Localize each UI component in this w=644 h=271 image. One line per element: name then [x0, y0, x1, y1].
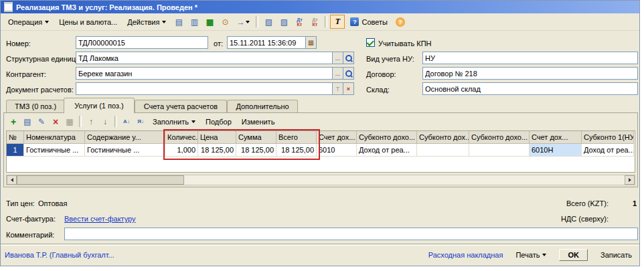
- move-down-button[interactable]: ↓: [98, 115, 112, 128]
- cell-price[interactable]: 18 125,00: [198, 144, 236, 157]
- prices-currency-button[interactable]: Цены и валюта...: [54, 15, 122, 29]
- counterparty-select-button[interactable]: ...: [333, 67, 343, 80]
- scroll-right-button[interactable]: [625, 175, 635, 185]
- operation-button[interactable]: Операция: [3, 15, 54, 29]
- dt-kt-nu-button[interactable]: ДтКт: [307, 15, 322, 29]
- go-to-button[interactable]: →: [233, 15, 253, 29]
- delete-row-button[interactable]: ×: [49, 115, 62, 128]
- column-header-total: Всего: [276, 131, 317, 144]
- tab-settlement-accounts-label: Счета учета расчетов: [144, 102, 218, 110]
- print-button[interactable]: Печать: [512, 249, 550, 261]
- structure-report-button[interactable]: ▨: [276, 15, 291, 29]
- structural-unit-open-button[interactable]: [343, 52, 354, 64]
- clear-icon: ×: [347, 86, 350, 92]
- arrow-up-icon: ↑: [89, 117, 93, 126]
- window-title: Реализация ТМЗ и услуг: Реализация. Пров…: [16, 3, 197, 11]
- toolbar-separator: [114, 116, 117, 127]
- go-to-icon: →: [236, 17, 244, 27]
- cell-content[interactable]: Гостиничные ...: [85, 144, 165, 157]
- actions-button[interactable]: Действия: [123, 15, 171, 29]
- contract-input[interactable]: [422, 67, 638, 80]
- settlement-doc-type-button[interactable]: Т: [333, 82, 343, 95]
- warehouse-label: Склад:: [366, 84, 390, 95]
- cell-sum[interactable]: 18 125,00: [236, 144, 276, 157]
- structural-unit-label: Структурная единица:: [6, 54, 82, 64]
- arrow-right-icon: [629, 178, 631, 182]
- price-type-label: Тип цен:: [6, 198, 35, 209]
- create-based-on-button[interactable]: ▦: [202, 15, 217, 29]
- document-type-link[interactable]: Расходная накладная: [428, 251, 503, 259]
- arrow-down-icon: ↓: [103, 117, 107, 126]
- copy-document-button[interactable]: ▥: [187, 15, 202, 29]
- save-button[interactable]: Записать: [597, 249, 635, 261]
- dt-kt-button[interactable]: ДтКт: [292, 15, 307, 29]
- enter-invoice-link[interactable]: Ввести счет-фактуру: [64, 213, 136, 224]
- fill-label: Заполнить: [153, 118, 189, 126]
- calendar-button[interactable]: ▦: [306, 36, 317, 49]
- totals-toggle-button[interactable]: Т: [330, 15, 345, 29]
- copy-row-button[interactable]: ▤: [21, 115, 34, 128]
- document-icon: [4, 2, 13, 12]
- scrollbar-track[interactable]: [17, 175, 625, 185]
- structural-unit-input[interactable]: [76, 52, 333, 64]
- print-label: Печать: [515, 251, 540, 259]
- warehouse-input[interactable]: [422, 82, 638, 95]
- scrollbar-thumb[interactable]: [17, 175, 184, 185]
- chevron-down-icon: [162, 21, 166, 23]
- settlement-doc-input[interactable]: [76, 82, 333, 95]
- tab-tmz[interactable]: ТМЗ (0 поз.): [6, 100, 65, 112]
- magnifier-icon: [345, 70, 353, 78]
- number-input[interactable]: [76, 36, 208, 49]
- add-row-button[interactable]: +: [7, 115, 20, 128]
- comment-input[interactable]: [64, 228, 638, 240]
- pick-button[interactable]: Подбор: [201, 114, 236, 128]
- cell-income-account-nu[interactable]: 6010Н: [530, 144, 582, 157]
- change-button[interactable]: Изменить: [237, 114, 280, 128]
- cell-subconto2[interactable]: [417, 144, 469, 157]
- tab-services[interactable]: Услуги (1 поз.): [64, 98, 135, 113]
- fill-button[interactable]: Заполнить: [148, 114, 200, 128]
- ok-button[interactable]: OK: [559, 249, 588, 261]
- status-bar: Иванова Т.Р. (Главный бухгалт... Расходн…: [1, 246, 639, 264]
- help-button[interactable]: ?: [393, 15, 408, 29]
- related-documents-button[interactable]: ▧: [261, 15, 276, 29]
- cell-subconto3[interactable]: [469, 144, 530, 157]
- delete-icon: ×: [53, 116, 58, 127]
- cell-total[interactable]: 18 125,00: [276, 144, 317, 157]
- column-header-nomenclature: Номенклатура: [24, 131, 85, 144]
- counterparty-input[interactable]: [76, 67, 333, 80]
- counterparty-open-button[interactable]: [343, 67, 354, 80]
- nu-kind-input[interactable]: [422, 52, 638, 64]
- sort-asc-button[interactable]: А↓: [120, 115, 133, 128]
- cell-nomenclature[interactable]: Гостиничные ...: [24, 144, 85, 157]
- timer-button[interactable]: ⊙: [218, 15, 232, 29]
- tab-additional[interactable]: Дополнительно: [227, 100, 298, 112]
- cell-income-account[interactable]: 6010: [317, 144, 357, 157]
- table-row[interactable]: 1 Гостиничные ... Гостиничные ... 1,000 …: [7, 144, 635, 157]
- sort-desc-button[interactable]: Я↓: [134, 115, 147, 128]
- main-toolbar: Операция Цены и валюта... Действия ▤ ▥ ▦…: [1, 13, 639, 31]
- nu-kind-label: Вид учета НУ:: [366, 54, 414, 64]
- edit-row-button[interactable]: ✎: [35, 115, 48, 128]
- date-input[interactable]: [227, 36, 306, 49]
- title-bar[interactable]: Реализация ТМЗ и услуг: Реализация. Пров…: [1, 1, 639, 13]
- responsible-user-link[interactable]: Иванова Т.Р. (Главный бухгалт...: [5, 251, 114, 259]
- scroll-left-button[interactable]: [7, 175, 17, 185]
- tips-button[interactable]: ?Советы: [345, 15, 392, 29]
- settlement-doc-clear-button[interactable]: ×: [343, 82, 354, 95]
- cell-row-number[interactable]: 1: [7, 144, 24, 157]
- cell-subconto1-nu[interactable]: Доход от реа...: [582, 144, 634, 157]
- arrow-left-icon: [11, 178, 13, 182]
- type-select-icon: Т: [336, 86, 340, 92]
- end-edit-button[interactable]: ▦: [63, 115, 76, 128]
- move-up-button[interactable]: ↑: [84, 115, 98, 128]
- cell-quantity[interactable]: 1,000: [165, 144, 198, 157]
- structural-unit-select-button[interactable]: ...: [333, 52, 343, 64]
- price-type-value: Оптовая: [38, 198, 67, 209]
- post-document-button[interactable]: ▤: [171, 15, 186, 29]
- copy-icon: ▤: [23, 117, 31, 126]
- tab-settlement-accounts[interactable]: Счета учета расчетов: [135, 100, 227, 112]
- horizontal-scrollbar[interactable]: [6, 175, 635, 185]
- kpn-checkbox[interactable]: [366, 38, 375, 47]
- cell-subconto1[interactable]: Доход от реа...: [357, 144, 417, 157]
